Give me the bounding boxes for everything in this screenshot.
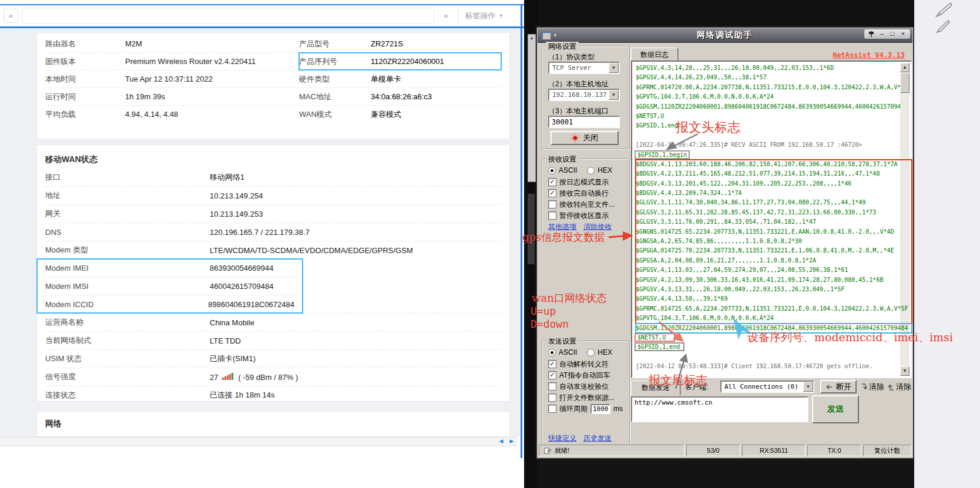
log-line: $BDGSV,4,3,13,201,45,122,,204,31,109,,20… bbox=[636, 179, 912, 189]
history-send-link[interactable]: 历史发送 bbox=[583, 433, 612, 443]
clear-receive-button[interactable]: 清除 bbox=[860, 380, 885, 393]
desktop-background bbox=[914, 0, 980, 488]
checkbox[interactable] bbox=[548, 211, 556, 220]
horizontal-scrollbar[interactable]: ◀ ▶ bbox=[0, 437, 517, 446]
pin-icon[interactable] bbox=[867, 30, 876, 38]
checkbox[interactable] bbox=[548, 200, 556, 208]
quick-define-link[interactable]: 快捷定义 bbox=[548, 433, 576, 443]
close-icon[interactable]: × bbox=[898, 30, 908, 38]
row-label: MAC地址 bbox=[299, 92, 371, 102]
tab-strip[interactable] bbox=[22, 8, 434, 24]
checkbox-row: ✓按日志模式显示 bbox=[548, 178, 609, 186]
ascii-label: ASCII bbox=[559, 166, 577, 174]
cycle-input[interactable] bbox=[590, 404, 610, 414]
status-tx: TX:0 bbox=[807, 445, 861, 456]
port-input[interactable] bbox=[548, 116, 620, 128]
protocol-select[interactable]: TCP Server ▼ bbox=[548, 62, 620, 74]
disconnect-label: 断开 bbox=[836, 382, 851, 392]
maximize-icon[interactable]: □ bbox=[888, 30, 897, 38]
title-bar[interactable]: ▼ 网络调试助手 – □ × bbox=[538, 28, 912, 43]
client-select[interactable]: All Connections (0) ▼ bbox=[720, 381, 814, 393]
netassist-version-link[interactable]: NetAssist V4.3.13 bbox=[833, 51, 905, 59]
scroll-down-icon[interactable]: ▼ bbox=[900, 366, 909, 376]
app-icon[interactable] bbox=[541, 31, 551, 40]
network-settings-group: 网络设置 （1）协议类型 TCP Server ▼ （2）本地主机地址 192.… bbox=[542, 46, 630, 149]
annotation-tail-flag: 报文尾标志 bbox=[649, 372, 707, 388]
row-label: Modem IMEI bbox=[45, 264, 210, 272]
chevron-down-icon[interactable]: ▼ bbox=[803, 382, 813, 392]
scrollbar-thumb[interactable] bbox=[900, 73, 909, 93]
checkbox-row: 打开文件数据源... bbox=[548, 393, 615, 402]
chevron-down-icon[interactable]: ▼ bbox=[553, 33, 558, 38]
table-row: 运行时间1h 19m 39sMAC地址34:0a:68:26:a6:c3 bbox=[45, 87, 501, 105]
annotation-wan-status: wan口网络状态 bbox=[532, 291, 607, 305]
close-server-label: 关闭 bbox=[583, 133, 598, 143]
minimize-icon[interactable]: – bbox=[877, 30, 887, 38]
log-lines: $GPGSV,4,3,14,28,,,25,31,,,26,18,00,049,… bbox=[636, 63, 899, 376]
cycle-label: 循环周期 bbox=[559, 404, 588, 414]
hex-radio[interactable] bbox=[587, 349, 595, 356]
checkbox[interactable] bbox=[548, 393, 556, 402]
scroll-left-icon[interactable]: ◀ bbox=[497, 438, 505, 445]
row-label: Modem IMSI bbox=[45, 282, 210, 291]
mobile-wan-title: 移动WAN状态 bbox=[37, 147, 509, 169]
scroll-up-icon[interactable]: ▲ bbox=[900, 63, 909, 72]
table-row: Modem 类型LTE/WCDMA/TD-SCDMA/EVDO/CDMA/EDG… bbox=[45, 241, 501, 259]
background-fragment bbox=[528, 194, 535, 264]
row-value: 兼容模式 bbox=[371, 109, 401, 120]
row-value: 898604061918C0672484 bbox=[208, 300, 294, 309]
log-flag-box: $NETST,U bbox=[636, 334, 674, 341]
ascii-radio[interactable] bbox=[548, 167, 556, 174]
send-button[interactable]: 发送 bbox=[812, 395, 859, 423]
send-format-radios: ASCII HEX bbox=[548, 348, 612, 356]
send-input[interactable]: http://www.cmsoft.cn bbox=[631, 396, 808, 422]
annotation-d-down: D=down bbox=[531, 318, 569, 330]
tab-actions-menu[interactable]: 标签操作 ▼ bbox=[465, 11, 504, 21]
log-line: $GPRMC,014720.00,A,2234.207738,N,11351.7… bbox=[636, 83, 899, 92]
row-value: Tue Apr 12 10:37:11 2022 bbox=[125, 75, 299, 83]
log-line: $GNGNS,014725.65,2234.207733,N,11351.733… bbox=[636, 227, 912, 237]
table-row: 连接状态已连接 1h 18m 14s bbox=[45, 386, 501, 404]
disconnect-button[interactable]: 断开 bbox=[820, 380, 857, 393]
pencil-icon[interactable] bbox=[934, 19, 952, 34]
send-links: 快捷定义 历史发送 bbox=[548, 434, 612, 442]
row-label: 产品型号 bbox=[299, 39, 371, 49]
log-line: $GLGSV,3,3,11,76,00,291,,84,33,054,,71,0… bbox=[636, 217, 912, 227]
browser-toolbar: « » 标签操作 ▼ bbox=[0, 5, 525, 28]
row-label: 平均负载 bbox=[45, 109, 125, 120]
checkbox[interactable]: ✓ bbox=[548, 371, 556, 379]
chevron-down-icon[interactable]: ▼ bbox=[609, 90, 619, 100]
pen-icon[interactable] bbox=[933, 1, 954, 18]
log-line bbox=[636, 352, 899, 362]
arrow-left-icon bbox=[825, 384, 833, 390]
annotation-header-flag: 报文头标志 bbox=[676, 119, 740, 136]
checkbox[interactable] bbox=[548, 382, 556, 391]
ascii-radio[interactable] bbox=[548, 349, 556, 356]
log-line: $GPGSV,4,3,13,31,,,26,18,00,049,,22,03,1… bbox=[636, 285, 912, 294]
close-server-button[interactable]: 关闭 bbox=[551, 131, 619, 145]
tab-actions-label: 标签操作 bbox=[465, 11, 495, 21]
cycle-checkbox[interactable] bbox=[548, 405, 556, 413]
hex-radio[interactable] bbox=[587, 167, 595, 174]
row-value: 460042615709484 bbox=[210, 282, 273, 291]
checkbox[interactable]: ✓ bbox=[548, 360, 556, 368]
host-label: （2）本地主机地址 bbox=[548, 79, 609, 89]
back-tabs-button[interactable]: « bbox=[4, 9, 18, 23]
host-select[interactable]: 192.168.10.137 ▼ bbox=[548, 89, 620, 101]
reset-counter-button[interactable]: 复位计数 bbox=[863, 445, 911, 456]
table-row: 固件版本Premium Wireless Router v2.4.220411产… bbox=[45, 52, 501, 70]
table-row: Modem ICCID898604061918C0672484 bbox=[45, 295, 294, 313]
row-label: 本地时间 bbox=[45, 74, 125, 85]
row-label: Modem ICCID bbox=[45, 300, 208, 309]
checkbox[interactable]: ✓ bbox=[548, 189, 556, 197]
clear-send-button[interactable]: 清除 bbox=[887, 380, 912, 393]
table-row: Modem IMEI863930054669944 bbox=[45, 259, 294, 277]
chevron-down-icon[interactable]: ▼ bbox=[609, 63, 619, 73]
scroll-right-icon[interactable]: ▶ bbox=[508, 438, 516, 445]
forward-tabs-button[interactable]: » bbox=[439, 9, 452, 22]
checkbox-row: ✓接收完自动换行 bbox=[548, 189, 609, 197]
row-value: 10.213.149.254 bbox=[210, 191, 263, 200]
checkbox[interactable]: ✓ bbox=[548, 178, 556, 186]
network-card: 网络 bbox=[36, 411, 510, 437]
checkbox-row: 自动发送校验位 bbox=[548, 382, 609, 391]
